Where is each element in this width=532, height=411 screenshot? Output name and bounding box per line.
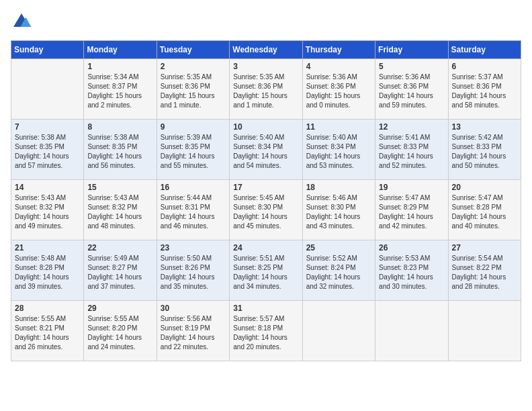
day-number: 13 <box>452 122 517 132</box>
day-number: 19 <box>379 183 444 192</box>
calendar-cell: 29Sunrise: 5:55 AMSunset: 8:20 PMDayligh… <box>84 301 157 361</box>
day-number: 22 <box>87 243 152 253</box>
column-header-monday: Monday <box>84 41 157 59</box>
column-header-friday: Friday <box>375 41 448 59</box>
calendar-cell: 19Sunrise: 5:47 AMSunset: 8:29 PMDayligh… <box>375 180 448 240</box>
cell-content: Sunrise: 5:50 AMSunset: 8:26 PMDaylight:… <box>161 254 226 291</box>
day-number: 5 <box>379 62 444 71</box>
calendar-cell: 14Sunrise: 5:43 AMSunset: 8:32 PMDayligh… <box>11 180 84 240</box>
calendar-cell: 5Sunrise: 5:36 AMSunset: 8:36 PMDaylight… <box>375 59 448 120</box>
calendar-cell: 23Sunrise: 5:50 AMSunset: 8:26 PMDayligh… <box>157 240 229 301</box>
day-number: 2 <box>161 62 226 71</box>
day-number: 11 <box>306 122 371 132</box>
cell-content: Sunrise: 5:46 AMSunset: 8:30 PMDaylight:… <box>306 193 371 231</box>
cell-content: Sunrise: 5:35 AMSunset: 8:36 PMDaylight:… <box>161 73 226 110</box>
cell-content: Sunrise: 5:34 AMSunset: 8:37 PMDaylight:… <box>87 73 152 110</box>
calendar-cell: 15Sunrise: 5:43 AMSunset: 8:32 PMDayligh… <box>84 180 157 240</box>
calendar-cell: 26Sunrise: 5:53 AMSunset: 8:23 PMDayligh… <box>375 240 448 301</box>
column-header-sunday: Sunday <box>11 41 84 59</box>
logo-icon <box>11 11 32 32</box>
day-number: 7 <box>15 122 80 132</box>
cell-content: Sunrise: 5:52 AMSunset: 8:24 PMDaylight:… <box>306 254 371 291</box>
day-number: 17 <box>233 183 298 192</box>
calendar-cell: 22Sunrise: 5:49 AMSunset: 8:27 PMDayligh… <box>84 240 157 301</box>
calendar-cell: 9Sunrise: 5:39 AMSunset: 8:35 PMDaylight… <box>157 120 229 180</box>
calendar-cell: 18Sunrise: 5:46 AMSunset: 8:30 PMDayligh… <box>302 180 375 240</box>
day-number: 24 <box>233 243 298 253</box>
page-header <box>11 11 521 32</box>
calendar-cell <box>448 301 521 361</box>
calendar-cell: 4Sunrise: 5:36 AMSunset: 8:36 PMDaylight… <box>302 59 375 120</box>
cell-content: Sunrise: 5:39 AMSunset: 8:35 PMDaylight:… <box>161 133 226 171</box>
calendar-cell: 2Sunrise: 5:35 AMSunset: 8:36 PMDaylight… <box>157 59 229 120</box>
day-number: 14 <box>15 183 80 192</box>
cell-content: Sunrise: 5:41 AMSunset: 8:33 PMDaylight:… <box>379 133 444 171</box>
day-number: 30 <box>161 304 226 313</box>
cell-content: Sunrise: 5:55 AMSunset: 8:20 PMDaylight:… <box>87 314 152 352</box>
logo <box>11 11 36 32</box>
cell-content: Sunrise: 5:40 AMSunset: 8:34 PMDaylight:… <box>233 133 298 171</box>
calendar-cell <box>11 59 84 120</box>
calendar-cell: 3Sunrise: 5:35 AMSunset: 8:36 PMDaylight… <box>230 59 302 120</box>
calendar-week-row: 7Sunrise: 5:38 AMSunset: 8:35 PMDaylight… <box>11 120 521 180</box>
cell-content: Sunrise: 5:44 AMSunset: 8:31 PMDaylight:… <box>161 193 226 231</box>
day-number: 31 <box>233 304 298 313</box>
cell-content: Sunrise: 5:54 AMSunset: 8:22 PMDaylight:… <box>452 254 517 291</box>
calendar-cell: 10Sunrise: 5:40 AMSunset: 8:34 PMDayligh… <box>230 120 302 180</box>
calendar-cell: 31Sunrise: 5:57 AMSunset: 8:18 PMDayligh… <box>230 301 302 361</box>
calendar-week-row: 1Sunrise: 5:34 AMSunset: 8:37 PMDaylight… <box>11 59 521 120</box>
day-number: 20 <box>452 183 517 192</box>
column-header-wednesday: Wednesday <box>230 41 302 59</box>
cell-content: Sunrise: 5:48 AMSunset: 8:28 PMDaylight:… <box>15 254 80 291</box>
calendar-cell: 24Sunrise: 5:51 AMSunset: 8:25 PMDayligh… <box>230 240 302 301</box>
day-number: 3 <box>233 62 298 71</box>
calendar-week-row: 14Sunrise: 5:43 AMSunset: 8:32 PMDayligh… <box>11 180 521 240</box>
cell-content: Sunrise: 5:49 AMSunset: 8:27 PMDaylight:… <box>87 254 152 291</box>
day-number: 18 <box>306 183 371 192</box>
cell-content: Sunrise: 5:42 AMSunset: 8:33 PMDaylight:… <box>452 133 517 171</box>
cell-content: Sunrise: 5:43 AMSunset: 8:32 PMDaylight:… <box>15 193 80 231</box>
day-number: 9 <box>161 122 226 132</box>
calendar-cell: 25Sunrise: 5:52 AMSunset: 8:24 PMDayligh… <box>302 240 375 301</box>
cell-content: Sunrise: 5:43 AMSunset: 8:32 PMDaylight:… <box>87 193 152 231</box>
cell-content: Sunrise: 5:38 AMSunset: 8:35 PMDaylight:… <box>15 133 80 171</box>
cell-content: Sunrise: 5:47 AMSunset: 8:28 PMDaylight:… <box>452 193 517 231</box>
day-number: 15 <box>87 183 152 192</box>
day-number: 27 <box>452 243 517 253</box>
calendar-cell: 21Sunrise: 5:48 AMSunset: 8:28 PMDayligh… <box>11 240 84 301</box>
calendar-cell: 20Sunrise: 5:47 AMSunset: 8:28 PMDayligh… <box>448 180 521 240</box>
cell-content: Sunrise: 5:38 AMSunset: 8:35 PMDaylight:… <box>87 133 152 171</box>
calendar-cell: 6Sunrise: 5:37 AMSunset: 8:36 PMDaylight… <box>448 59 521 120</box>
day-number: 25 <box>306 243 371 253</box>
day-number: 26 <box>379 243 444 253</box>
day-number: 8 <box>87 122 152 132</box>
calendar-table: SundayMondayTuesdayWednesdayThursdayFrid… <box>11 40 521 361</box>
calendar-week-row: 28Sunrise: 5:55 AMSunset: 8:21 PMDayligh… <box>11 301 521 361</box>
cell-content: Sunrise: 5:47 AMSunset: 8:29 PMDaylight:… <box>379 193 444 231</box>
calendar-cell: 11Sunrise: 5:40 AMSunset: 8:34 PMDayligh… <box>302 120 375 180</box>
day-number: 21 <box>15 243 80 253</box>
calendar-cell: 16Sunrise: 5:44 AMSunset: 8:31 PMDayligh… <box>157 180 229 240</box>
column-header-tuesday: Tuesday <box>157 41 229 59</box>
day-number: 12 <box>379 122 444 132</box>
calendar-cell: 27Sunrise: 5:54 AMSunset: 8:22 PMDayligh… <box>448 240 521 301</box>
cell-content: Sunrise: 5:51 AMSunset: 8:25 PMDaylight:… <box>233 254 298 291</box>
cell-content: Sunrise: 5:57 AMSunset: 8:18 PMDaylight:… <box>233 314 298 352</box>
day-number: 28 <box>15 304 80 313</box>
cell-content: Sunrise: 5:35 AMSunset: 8:36 PMDaylight:… <box>233 73 298 110</box>
calendar-cell <box>375 301 448 361</box>
day-number: 10 <box>233 122 298 132</box>
calendar-cell: 7Sunrise: 5:38 AMSunset: 8:35 PMDaylight… <box>11 120 84 180</box>
column-header-thursday: Thursday <box>302 41 375 59</box>
day-number: 4 <box>306 62 371 71</box>
cell-content: Sunrise: 5:40 AMSunset: 8:34 PMDaylight:… <box>306 133 371 171</box>
column-header-saturday: Saturday <box>448 41 521 59</box>
calendar-cell: 8Sunrise: 5:38 AMSunset: 8:35 PMDaylight… <box>84 120 157 180</box>
calendar-week-row: 21Sunrise: 5:48 AMSunset: 8:28 PMDayligh… <box>11 240 521 301</box>
cell-content: Sunrise: 5:45 AMSunset: 8:30 PMDaylight:… <box>233 193 298 231</box>
calendar-cell <box>302 301 375 361</box>
cell-content: Sunrise: 5:37 AMSunset: 8:36 PMDaylight:… <box>452 73 517 110</box>
calendar-cell: 30Sunrise: 5:56 AMSunset: 8:19 PMDayligh… <box>157 301 229 361</box>
calendar-cell: 28Sunrise: 5:55 AMSunset: 8:21 PMDayligh… <box>11 301 84 361</box>
calendar-header-row: SundayMondayTuesdayWednesdayThursdayFrid… <box>11 41 521 59</box>
